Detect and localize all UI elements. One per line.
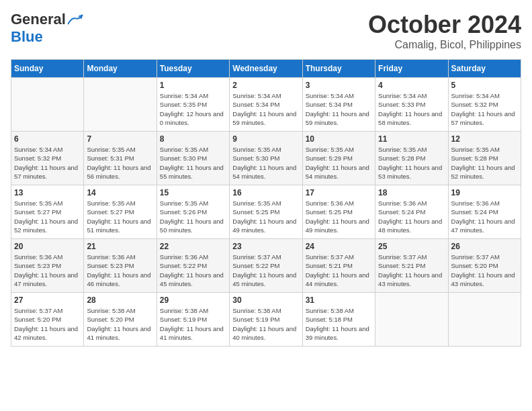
day-number: 4 [378, 81, 445, 90]
day-number: 31 [306, 295, 372, 305]
day-info: Sunrise: 5:34 AMSunset: 5:33 PMDaylight:… [378, 91, 445, 127]
day-info: Sunrise: 5:38 AMSunset: 5:20 PMDaylight:… [87, 306, 153, 342]
calendar-cell: 1Sunrise: 5:34 AMSunset: 5:35 PMDaylight… [157, 78, 229, 132]
calendar-header-friday: Friday [375, 60, 448, 78]
location-title: Camalig, Bicol, Philippines [368, 39, 521, 51]
calendar-week-row: 20Sunrise: 5:36 AMSunset: 5:23 PMDayligh… [11, 239, 521, 293]
calendar-table: SundayMondayTuesdayWednesdayThursdayFrid… [11, 59, 521, 347]
calendar-cell: 12Sunrise: 5:35 AMSunset: 5:28 PMDayligh… [448, 132, 521, 185]
calendar-cell: 2Sunrise: 5:34 AMSunset: 5:34 PMDaylight… [230, 78, 302, 132]
day-info: Sunrise: 5:37 AMSunset: 5:21 PMDaylight:… [306, 253, 372, 288]
day-number: 16 [232, 188, 299, 197]
day-number: 19 [451, 188, 518, 197]
day-number: 26 [451, 242, 518, 251]
calendar-week-row: 13Sunrise: 5:35 AMSunset: 5:27 PMDayligh… [11, 185, 521, 239]
day-info: Sunrise: 5:35 AMSunset: 5:27 PMDaylight:… [14, 199, 81, 234]
day-number: 3 [306, 81, 372, 90]
day-number: 1 [160, 81, 226, 90]
calendar-cell [84, 78, 157, 132]
day-info: Sunrise: 5:35 AMSunset: 5:29 PMDaylight:… [306, 145, 372, 181]
day-info: Sunrise: 5:36 AMSunset: 5:24 PMDaylight:… [378, 199, 445, 234]
calendar-cell: 5Sunrise: 5:34 AMSunset: 5:32 PMDaylight… [448, 78, 521, 132]
page-header: General Blue October 2024 Camalig, Bicol… [11, 11, 521, 51]
day-info: Sunrise: 5:36 AMSunset: 5:25 PMDaylight:… [306, 199, 372, 234]
day-info: Sunrise: 5:35 AMSunset: 5:25 PMDaylight:… [232, 199, 299, 234]
day-number: 30 [232, 295, 299, 305]
day-info: Sunrise: 5:34 AMSunset: 5:34 PMDaylight:… [306, 91, 372, 127]
day-info: Sunrise: 5:38 AMSunset: 5:18 PMDaylight:… [306, 306, 372, 342]
day-number: 28 [87, 295, 153, 305]
day-info: Sunrise: 5:37 AMSunset: 5:20 PMDaylight:… [451, 253, 518, 288]
day-info: Sunrise: 5:36 AMSunset: 5:23 PMDaylight:… [14, 253, 81, 288]
day-number: 13 [14, 188, 81, 197]
day-number: 20 [14, 242, 81, 251]
day-info: Sunrise: 5:35 AMSunset: 5:27 PMDaylight:… [87, 199, 153, 234]
day-info: Sunrise: 5:36 AMSunset: 5:22 PMDaylight:… [160, 253, 226, 288]
calendar-cell: 20Sunrise: 5:36 AMSunset: 5:23 PMDayligh… [11, 239, 84, 293]
calendar-cell: 4Sunrise: 5:34 AMSunset: 5:33 PMDaylight… [375, 78, 448, 132]
day-number: 11 [378, 134, 445, 144]
day-number: 27 [14, 295, 81, 305]
calendar-cell [11, 78, 84, 132]
calendar-cell: 28Sunrise: 5:38 AMSunset: 5:20 PMDayligh… [84, 293, 157, 347]
calendar-week-row: 6Sunrise: 5:34 AMSunset: 5:32 PMDaylight… [11, 132, 521, 185]
logo: General Blue [11, 11, 83, 46]
day-info: Sunrise: 5:37 AMSunset: 5:21 PMDaylight:… [378, 253, 445, 288]
calendar-cell: 31Sunrise: 5:38 AMSunset: 5:18 PMDayligh… [302, 293, 375, 347]
calendar-cell: 29Sunrise: 5:38 AMSunset: 5:19 PMDayligh… [157, 293, 229, 347]
day-number: 23 [232, 242, 299, 251]
calendar-cell: 18Sunrise: 5:36 AMSunset: 5:24 PMDayligh… [375, 185, 448, 239]
day-number: 21 [87, 242, 153, 251]
day-number: 22 [160, 242, 226, 251]
calendar-header-row: SundayMondayTuesdayWednesdayThursdayFrid… [11, 60, 521, 78]
day-number: 24 [306, 242, 372, 251]
calendar-cell: 30Sunrise: 5:38 AMSunset: 5:19 PMDayligh… [230, 293, 302, 347]
calendar-header-thursday: Thursday [302, 60, 375, 78]
calendar-cell: 25Sunrise: 5:37 AMSunset: 5:21 PMDayligh… [375, 239, 448, 293]
logo-bird-icon [67, 13, 83, 26]
logo-general-text: General [11, 11, 66, 28]
calendar-cell: 11Sunrise: 5:35 AMSunset: 5:28 PMDayligh… [375, 132, 448, 185]
calendar-cell: 26Sunrise: 5:37 AMSunset: 5:20 PMDayligh… [448, 239, 521, 293]
calendar-week-row: 27Sunrise: 5:37 AMSunset: 5:20 PMDayligh… [11, 293, 521, 347]
day-number: 2 [232, 81, 299, 90]
day-info: Sunrise: 5:36 AMSunset: 5:24 PMDaylight:… [451, 199, 518, 234]
calendar-cell: 14Sunrise: 5:35 AMSunset: 5:27 PMDayligh… [84, 185, 157, 239]
calendar-cell [375, 293, 448, 347]
calendar-cell: 8Sunrise: 5:35 AMSunset: 5:30 PMDaylight… [157, 132, 229, 185]
calendar-cell: 21Sunrise: 5:36 AMSunset: 5:23 PMDayligh… [84, 239, 157, 293]
day-number: 12 [451, 134, 518, 144]
day-info: Sunrise: 5:36 AMSunset: 5:23 PMDaylight:… [87, 253, 153, 288]
day-info: Sunrise: 5:34 AMSunset: 5:32 PMDaylight:… [14, 145, 81, 181]
month-title: October 2024 [368, 11, 521, 39]
day-info: Sunrise: 5:35 AMSunset: 5:30 PMDaylight:… [160, 145, 226, 181]
day-info: Sunrise: 5:35 AMSunset: 5:31 PMDaylight:… [87, 145, 153, 181]
day-info: Sunrise: 5:35 AMSunset: 5:28 PMDaylight:… [378, 145, 445, 181]
day-number: 10 [306, 134, 372, 144]
day-info: Sunrise: 5:38 AMSunset: 5:19 PMDaylight:… [160, 306, 226, 342]
calendar-cell: 6Sunrise: 5:34 AMSunset: 5:32 PMDaylight… [11, 132, 84, 185]
day-info: Sunrise: 5:37 AMSunset: 5:22 PMDaylight:… [232, 253, 299, 288]
calendar-cell: 27Sunrise: 5:37 AMSunset: 5:20 PMDayligh… [11, 293, 84, 347]
title-section: October 2024 Camalig, Bicol, Philippines [368, 11, 521, 51]
calendar-cell: 23Sunrise: 5:37 AMSunset: 5:22 PMDayligh… [230, 239, 302, 293]
day-number: 6 [14, 134, 81, 144]
calendar-cell: 7Sunrise: 5:35 AMSunset: 5:31 PMDaylight… [84, 132, 157, 185]
calendar-header-tuesday: Tuesday [157, 60, 229, 78]
day-info: Sunrise: 5:35 AMSunset: 5:30 PMDaylight:… [232, 145, 299, 181]
day-number: 7 [87, 134, 153, 144]
calendar-cell: 15Sunrise: 5:35 AMSunset: 5:26 PMDayligh… [157, 185, 229, 239]
calendar-header-wednesday: Wednesday [230, 60, 302, 78]
calendar-cell: 9Sunrise: 5:35 AMSunset: 5:30 PMDaylight… [230, 132, 302, 185]
day-info: Sunrise: 5:35 AMSunset: 5:28 PMDaylight:… [451, 145, 518, 181]
calendar-cell: 10Sunrise: 5:35 AMSunset: 5:29 PMDayligh… [302, 132, 375, 185]
day-info: Sunrise: 5:34 AMSunset: 5:35 PMDaylight:… [160, 91, 226, 127]
calendar-week-row: 1Sunrise: 5:34 AMSunset: 5:35 PMDaylight… [11, 78, 521, 132]
calendar-cell: 3Sunrise: 5:34 AMSunset: 5:34 PMDaylight… [302, 78, 375, 132]
calendar-cell: 24Sunrise: 5:37 AMSunset: 5:21 PMDayligh… [302, 239, 375, 293]
calendar-header-sunday: Sunday [11, 60, 84, 78]
day-info: Sunrise: 5:37 AMSunset: 5:20 PMDaylight:… [14, 306, 81, 342]
calendar-cell: 19Sunrise: 5:36 AMSunset: 5:24 PMDayligh… [448, 185, 521, 239]
calendar-cell: 17Sunrise: 5:36 AMSunset: 5:25 PMDayligh… [302, 185, 375, 239]
day-number: 29 [160, 295, 226, 305]
